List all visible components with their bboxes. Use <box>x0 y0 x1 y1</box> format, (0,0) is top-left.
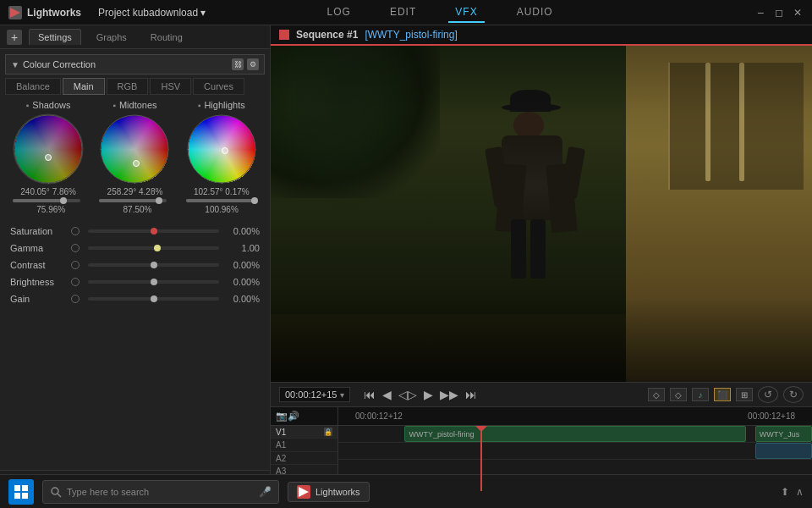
gamma-reset[interactable] <box>69 242 81 254</box>
shadows-wheel-col: ▪ Shadows <box>13 100 84 214</box>
view-icon[interactable]: ⬛ <box>714 388 731 401</box>
v1-clip-2[interactable]: WWTY_Jus <box>755 426 812 442</box>
pb-to-end[interactable]: ⏭ <box>465 388 477 401</box>
contrast-thumb[interactable] <box>151 262 157 268</box>
midtones-slider-thumb[interactable] <box>156 197 162 204</box>
tab-graphs[interactable]: Graphs <box>88 30 135 45</box>
highlights-wheel[interactable] <box>186 113 257 185</box>
gain-track[interactable] <box>88 297 219 301</box>
subtab-rgb[interactable]: RGB <box>107 78 149 95</box>
mic-icon[interactable]: 🎤 <box>259 486 272 498</box>
gain-label: Gain <box>10 294 69 304</box>
gamma-track[interactable] <box>88 246 219 250</box>
subtab-main[interactable]: Main <box>63 78 105 95</box>
midtones-wheel[interactable] <box>99 113 170 185</box>
lightworks-taskbar-app[interactable]: Lightworks <box>288 482 370 502</box>
pb-step-back[interactable]: ◀ <box>382 388 392 401</box>
tab-routing[interactable]: Routing <box>142 30 191 45</box>
timecode-display[interactable]: 00:00:12+15 ▾ <box>279 387 350 402</box>
timeline-playhead[interactable] <box>480 426 482 491</box>
subtab-hsv[interactable]: HSV <box>150 78 191 95</box>
shadows-slider-row <box>13 199 84 202</box>
v1-icons: 🔒 <box>324 428 332 436</box>
minimize-button[interactable]: − <box>754 7 766 19</box>
pb-play[interactable]: ▶ <box>424 388 433 401</box>
highlights-label: Highlights <box>204 100 244 110</box>
saturation-reset[interactable] <box>69 225 81 237</box>
snap-icon[interactable]: ◇ <box>648 388 665 401</box>
timecode-arrow[interactable]: ▾ <box>340 390 344 400</box>
project-name[interactable]: Project kubadownload ▾ <box>98 7 206 19</box>
v1-clip-1-label: WWTY_pistol-firing <box>409 430 474 439</box>
nav-tab-audio[interactable]: AUDIO <box>510 3 560 23</box>
sequence-header: Sequence #1 [WWTY_pistol-firing] <box>271 25 812 46</box>
brightness-track[interactable] <box>88 280 219 284</box>
subtab-balance[interactable]: Balance <box>5 78 61 95</box>
cc-settings-icon[interactable]: ⚙ <box>247 58 259 70</box>
v1-lock-icon[interactable]: 🔒 <box>324 428 332 436</box>
taskbar: Type here to search 🎤 Lightworks ⬆ ∧ <box>0 474 812 508</box>
svg-marker-0 <box>10 8 20 18</box>
midtones-bar-icon: ▪ <box>112 101 116 110</box>
track-label-a2: A2 <box>271 452 337 465</box>
sliders-section: Saturation 0.00% Gamma 1.00 <box>5 219 265 311</box>
grid-icon[interactable]: ⊞ <box>736 388 753 401</box>
brightness-thumb[interactable] <box>151 279 157 285</box>
contrast-reset[interactable] <box>69 259 81 271</box>
shadows-values: 240.05° 7.86% <box>20 187 76 196</box>
nav-tab-vfx[interactable]: VFX <box>448 3 484 23</box>
gain-row: Gain 0.00% <box>10 292 260 306</box>
saturation-track[interactable] <box>88 229 219 233</box>
audio-icon[interactable]: ♪ <box>692 388 709 401</box>
cc-header: ▼ Colour Correction ⛓ ⚙ <box>5 54 265 75</box>
pb-play-back[interactable]: ◁▷ <box>398 388 417 401</box>
video-preview[interactable] <box>271 46 812 382</box>
search-icon <box>50 486 62 498</box>
shadows-slider-thumb[interactable] <box>60 197 67 204</box>
tray-icon-1[interactable]: ⬆ <box>781 486 789 498</box>
add-panel-button[interactable]: + <box>7 30 22 45</box>
restore-button[interactable]: ◻ <box>773 7 785 19</box>
contrast-track[interactable] <box>88 263 219 267</box>
gamma-label: Gamma <box>10 243 69 253</box>
panel-header: + Settings Graphs Routing <box>0 25 270 49</box>
nav-tab-log[interactable]: LOG <box>321 3 358 23</box>
pb-step-fwd[interactable]: ▶▶ <box>440 388 458 401</box>
tl-tc-start: 00:00:12+12 <box>355 411 403 421</box>
shadows-wheel[interactable] <box>13 113 84 185</box>
cc-link-icon[interactable]: ⛓ <box>232 58 244 70</box>
gamma-thumb[interactable] <box>154 245 161 251</box>
svg-rect-6 <box>22 485 28 491</box>
midtones-slider[interactable] <box>99 199 167 202</box>
saturation-thumb[interactable] <box>151 228 157 235</box>
brightness-reset[interactable] <box>69 276 81 288</box>
taskbar-search[interactable]: Type here to search 🎤 <box>42 480 279 504</box>
cc-header-icons: ⛓ ⚙ <box>232 58 259 70</box>
pb-to-start[interactable]: ⏮ <box>364 388 376 401</box>
loop-button[interactable]: ↺ <box>758 386 778 403</box>
highlights-slider[interactable] <box>186 199 254 202</box>
shadows-slider[interactable] <box>13 199 80 202</box>
app-title: Lightworks <box>27 7 81 19</box>
mark-in-icon[interactable]: ◇ <box>670 388 687 401</box>
a1-clip[interactable] <box>755 443 812 459</box>
tl-audio-icon[interactable]: 🔊 <box>288 411 299 422</box>
nav-tab-edit[interactable]: EDIT <box>383 3 423 23</box>
subtab-curves[interactable]: Curves <box>193 78 244 95</box>
windows-start-button[interactable] <box>8 479 34 505</box>
left-panel: + Settings Graphs Routing ▼ Colour Corre… <box>0 25 271 508</box>
gain-thumb[interactable] <box>151 295 157 302</box>
taskbar-chevron[interactable]: ∧ <box>796 486 804 498</box>
v1-clip-1[interactable]: WWTY_pistol-firing <box>404 426 745 442</box>
tab-settings[interactable]: Settings <box>29 29 81 45</box>
highlights-slider-thumb[interactable] <box>251 197 258 204</box>
tl-camera-icon[interactable]: 📷 <box>276 411 288 422</box>
track-label-a1: A1 <box>271 439 337 451</box>
loop-back-button[interactable]: ↻ <box>783 386 804 403</box>
highlights-wheel-col: ▪ Highlights 102.57° 0.17% <box>186 100 257 214</box>
close-button[interactable]: ✕ <box>792 7 804 19</box>
gain-reset[interactable] <box>69 293 81 305</box>
highlights-wheel-dot[interactable] <box>222 147 228 154</box>
midtones-values: 258.29° 4.28% <box>107 187 163 196</box>
saturation-value: 0.00% <box>222 226 260 236</box>
